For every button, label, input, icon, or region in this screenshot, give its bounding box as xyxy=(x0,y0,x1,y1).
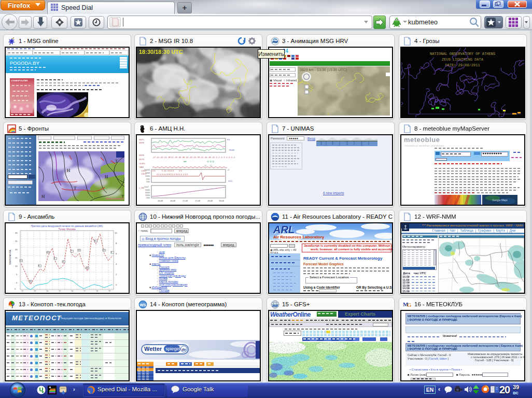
svg-text:RtUH: RtUH xyxy=(229,149,234,151)
svg-text:9: 9 xyxy=(111,251,112,253)
svg-text:8: 8 xyxy=(38,265,39,267)
svg-text:s_DB: s_DB xyxy=(139,187,144,189)
svg-text:18: 18 xyxy=(96,290,98,292)
svg-text:10: 10 xyxy=(86,267,88,269)
svg-text:OLMG: OLMG xyxy=(139,162,145,165)
svg-text:Google Maps: Google Maps xyxy=(492,198,508,202)
svg-text:25: 25 xyxy=(15,240,18,243)
svg-text:◎ ◎ ◎: ◎ ◎ ◎ xyxy=(207,160,214,163)
svg-text:500: 500 xyxy=(146,196,150,199)
svg-text:17: 17 xyxy=(83,290,86,292)
svg-text:OAM: OAM xyxy=(139,166,144,168)
svg-text:9: 9 xyxy=(54,258,55,260)
svg-text:5000: 5000 xyxy=(145,172,150,174)
svg-text:G: G xyxy=(407,302,412,308)
svg-text:15: 15 xyxy=(15,257,18,259)
svg-text:3829 km - 13:30 (15:30 UTC): 3829 km - 13:30 (15:30 UTC) xyxy=(300,68,347,72)
svg-text:FX: FX xyxy=(227,138,230,141)
svg-text:10: 10 xyxy=(15,265,18,267)
svg-text:8: 8 xyxy=(94,240,95,242)
svg-text:0 0 5 00 4 4 0 5: 0 0 5 00 4 4 0 5 0 5 xyxy=(152,169,182,172)
svg-text:WtPC: WtPC xyxy=(139,138,145,141)
svg-text:27.08: 27.08 xyxy=(183,200,188,202)
svg-text:+5: +5 xyxy=(227,168,230,171)
svg-text:13: 13 xyxy=(78,249,80,251)
svg-text:26.08: 26.08 xyxy=(170,200,176,202)
svg-text:10x7: 10x7 xyxy=(144,186,149,188)
svg-text:12 12: 12 12 xyxy=(204,164,213,167)
svg-text:27.08: 27.08 xyxy=(195,200,201,202)
svg-text:7: 7 xyxy=(71,250,72,252)
svg-text:28.08: 28.08 xyxy=(219,200,225,202)
svg-text:ТЕМПЕРАТУРА: ТЕМПЕРАТУРА xyxy=(9,250,11,265)
svg-text:12: 12 xyxy=(21,290,23,292)
svg-text:28.08: 28.08 xyxy=(207,200,213,202)
svg-text:16: 16 xyxy=(71,290,73,292)
svg-text:www.wetter3.de: www.wetter3.de xyxy=(105,197,124,200)
svg-text:10000: 10000 xyxy=(144,168,150,171)
svg-text:15: 15 xyxy=(59,290,61,292)
svg-text:13: 13 xyxy=(34,290,36,292)
svg-text:10: 10 xyxy=(29,280,31,282)
svg-text:WtYR: WtYR xyxy=(139,158,145,161)
svg-text:12: 12 xyxy=(103,249,105,251)
svg-text:VOC: VOC xyxy=(228,180,233,182)
svg-text:30: 30 xyxy=(15,232,18,234)
svg-text:WtPE: WtPE xyxy=(139,141,145,144)
svg-text:1000: 1000 xyxy=(145,175,150,177)
svg-text:10: 10 xyxy=(115,232,117,234)
svg-text:WS: WS xyxy=(139,303,146,307)
svg-text:12: 12 xyxy=(20,260,22,262)
svg-text:100: 100 xyxy=(146,180,150,183)
svg-text:T: T xyxy=(115,159,118,164)
svg-text:●●: ●● xyxy=(184,160,187,163)
svg-text:NATIONAL OBSERVATORY OF ATHENS: NATIONAL OBSERVATORY OF ATHENS xyxy=(430,52,495,56)
svg-text:H: H xyxy=(67,168,71,173)
svg-text:Точка: Москва: Точка: Москва xyxy=(59,228,76,231)
svg-text:4 3 4 3 4 4 3 8 3 5 4 3 6 3 4: 4 3 4 3 4 4 3 8 3 5 4 3 6 3 4 4 3 3 xyxy=(157,173,188,176)
svg-text:18:30/18:30 UTC: 18:30/18:30 UTC xyxy=(139,49,183,55)
svg-text:WtPE: WtPE xyxy=(139,154,145,157)
svg-text:11: 11 xyxy=(62,261,64,263)
svg-text:14: 14 xyxy=(47,251,49,253)
svg-text:20: 20 xyxy=(15,248,18,251)
svg-text:26.08: 26.08 xyxy=(158,200,163,202)
svg-text:19: 19 xyxy=(108,290,110,292)
svg-text:H: H xyxy=(105,174,108,179)
svg-text:T: T xyxy=(74,186,77,191)
svg-text:-47 -40 -40 -41 -38 41 -39 -38: -47 -40 -40 -41 -38 41 -39 -38 -38 -40 -… xyxy=(152,156,235,159)
svg-text:H: H xyxy=(41,194,45,199)
svg-text:14: 14 xyxy=(46,290,48,292)
